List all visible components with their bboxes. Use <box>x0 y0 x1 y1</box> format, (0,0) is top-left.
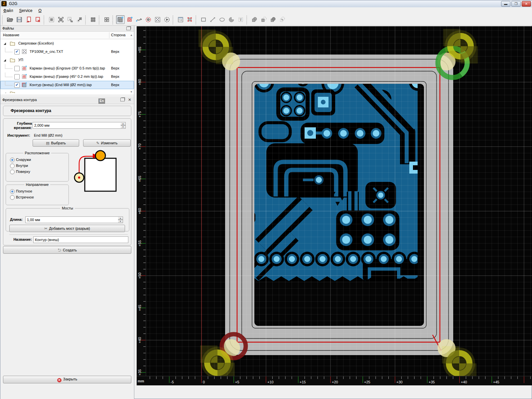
float-panel-icon[interactable] <box>126 27 131 30</box>
draw-text-button[interactable]: T <box>236 15 245 24</box>
radio-icon[interactable] <box>10 158 15 162</box>
menu-2[interactable]: Service <box>16 7 36 14</box>
svg-text:+35: +35 <box>429 380 435 384</box>
tree-row[interactable]: ✔TP100M_e_cnc.TXTВерх <box>0 48 134 56</box>
window-title: G2G <box>9 1 17 6</box>
select-area-button[interactable] <box>47 15 56 24</box>
svg-text:0: 0 <box>203 380 205 384</box>
scroll-up-icon[interactable]: ▲ <box>130 34 133 37</box>
registration-mark <box>199 30 233 64</box>
visibility-checkbox[interactable] <box>14 74 20 79</box>
bridge-spin-up[interactable]: ▲ <box>118 216 123 220</box>
close-panel-button[interactable]: ✕Закрыть <box>3 376 131 383</box>
radio-icon[interactable] <box>10 189 15 194</box>
import-file-button[interactable] <box>24 15 33 24</box>
bridge-spin-down[interactable]: ▼ <box>118 220 123 223</box>
close-red-icon: ✕ <box>57 378 62 382</box>
column-side[interactable]: Сторона <box>111 33 125 37</box>
tree-row[interactable]: Сверловки (Excellon) <box>0 39 134 48</box>
tree-guide <box>5 64 13 69</box>
toolbar-group-handle <box>2 16 4 24</box>
tree-row[interactable]: ✔Контур (внеш) (End Mill (Ø2 mm)).tapВер… <box>0 81 134 89</box>
scissors-icon: ✂ <box>44 226 47 230</box>
draw-arc-button[interactable] <box>227 15 236 24</box>
panelize-outline-button[interactable] <box>102 15 111 24</box>
expander-icon[interactable] <box>3 42 6 46</box>
radio-icon[interactable] <box>10 170 15 174</box>
run-program-tool-button[interactable] <box>163 15 171 24</box>
pocket-mill-tool-button[interactable] <box>125 15 134 24</box>
minimize-button[interactable]: ▬ <box>501 1 510 7</box>
transform-tool-button[interactable] <box>186 15 194 24</box>
bridge-length-input[interactable] <box>25 216 118 223</box>
float-panel-icon[interactable] <box>120 98 125 101</box>
radio-Поверху[interactable]: Поверху <box>9 170 65 174</box>
tree-row[interactable]: Карман (внеш) (Engrave (30° 0.5 mm tip))… <box>0 64 134 72</box>
bool-subtract-button[interactable] <box>259 15 268 24</box>
drill-array-tool-button[interactable] <box>153 15 162 24</box>
vertical-ruler <box>137 26 146 376</box>
scroll-down-icon[interactable]: ▼ <box>130 90 133 93</box>
zoom-to-selection-button[interactable] <box>66 15 74 24</box>
bool-exclude-button[interactable] <box>278 15 287 24</box>
panelize-button[interactable] <box>89 15 97 24</box>
svg-text:+15: +15 <box>300 380 306 384</box>
zoom-out-selection-button[interactable] <box>75 15 84 24</box>
svg-text:+40: +40 <box>138 337 142 343</box>
expander-icon[interactable] <box>3 59 6 63</box>
board-canvas[interactable]: mm -50+5+10+15+20+25+30+35+40+45+35+40+4… <box>137 26 532 385</box>
create-button[interactable]: ⮌Создать <box>3 246 131 254</box>
remove-file-button[interactable] <box>34 15 42 24</box>
edit-tool-button[interactable]: ✎Изменить <box>83 139 131 147</box>
column-name[interactable]: Название <box>3 33 19 37</box>
program-form-button[interactable] <box>176 15 185 24</box>
side-value: Верх <box>111 50 119 54</box>
visibility-checkbox[interactable]: ✔ <box>14 49 20 55</box>
draw-ellipse-button[interactable] <box>218 15 226 24</box>
path-tool-button[interactable] <box>135 15 143 24</box>
radio-Попутное[interactable]: Попутное <box>9 189 65 193</box>
menu-3[interactable]: О <box>36 7 45 14</box>
save-file-button[interactable] <box>15 15 24 24</box>
radio-Внутри[interactable]: Внутри <box>9 164 65 168</box>
language-badge[interactable]: En <box>98 98 105 104</box>
tool-value: End Mill (Ø2 mm) <box>34 133 63 137</box>
drill-tool-button[interactable] <box>144 15 153 24</box>
draw-rectangle-button[interactable] <box>199 15 208 24</box>
close-panel-icon[interactable]: ✕ <box>128 97 131 102</box>
depth-label: Глубина врезания: <box>10 121 32 130</box>
file-label: УП <box>18 58 23 62</box>
bridge-length-label: Длина: <box>10 217 23 221</box>
fit-board-button[interactable] <box>57 15 65 24</box>
file-label: Карман (внеш) (Гравер (45° 0.2 mm tip)).… <box>30 74 103 78</box>
name-input[interactable] <box>33 236 128 243</box>
add-bridge-button[interactable]: ✂Добавить мост (разрыв) <box>9 225 125 232</box>
radio-Встречное[interactable]: Встречное <box>9 195 65 199</box>
insert-icon: ⮌ <box>58 248 61 252</box>
placement-group: Расположение СнаружиВнутриПоверху <box>6 151 69 182</box>
tree-row-clipped[interactable] <box>0 89 134 93</box>
svg-text:+65: +65 <box>138 176 142 182</box>
tree-row[interactable]: Карман (внеш) (Гравер (45° 0.2 mm tip)).… <box>0 72 134 81</box>
bool-union-button[interactable] <box>250 15 259 24</box>
depth-spin-down[interactable]: ▼ <box>121 125 126 129</box>
close-icon: ✕ <box>525 1 528 6</box>
menu-1[interactable]: Файл <box>0 7 16 14</box>
visibility-checkbox[interactable]: ✔ <box>14 82 20 88</box>
bool-intersect-button[interactable] <box>269 15 277 24</box>
depth-spin-up[interactable]: ▲ <box>121 122 126 125</box>
radio-icon[interactable] <box>10 164 15 168</box>
close-window-button[interactable]: ✕ <box>522 1 531 7</box>
pocket-file-icon <box>22 74 27 80</box>
restore-button[interactable]: ❐ <box>511 1 521 7</box>
visibility-checkbox[interactable] <box>14 66 20 71</box>
tree-row[interactable]: УП <box>0 56 134 64</box>
select-tool-button[interactable]: ▤Выбрать <box>33 139 79 147</box>
radio-Снаружи[interactable]: Снаружи <box>9 158 65 162</box>
contour-mill-tool-button[interactable] <box>116 15 125 24</box>
radio-icon[interactable] <box>10 195 15 200</box>
depth-input[interactable] <box>33 122 121 129</box>
draw-line-button[interactable] <box>208 15 217 24</box>
unit-label: mm <box>138 379 144 383</box>
open-file-button[interactable] <box>6 15 14 24</box>
